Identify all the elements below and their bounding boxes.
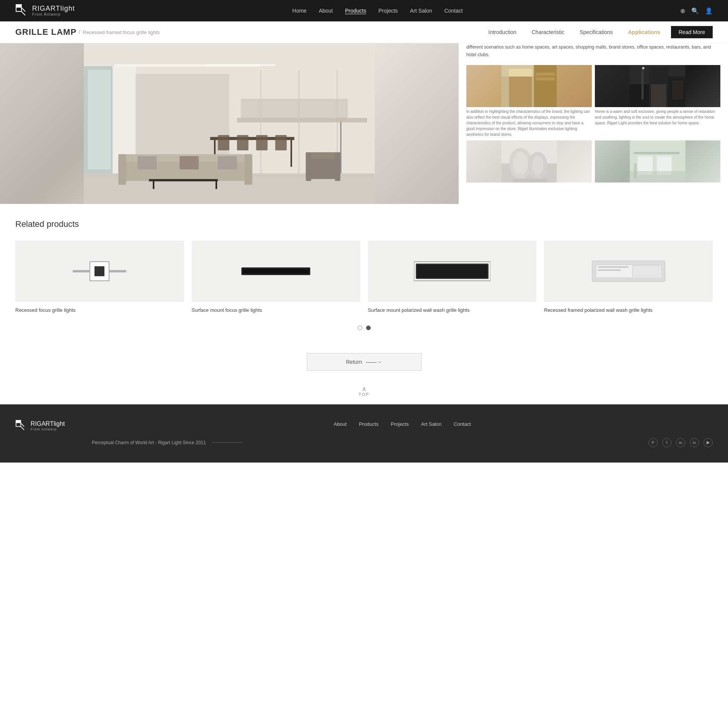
- top-section[interactable]: ∧ TOP: [0, 382, 728, 404]
- product-image-3: [368, 241, 537, 302]
- related-title: Related products: [15, 219, 713, 229]
- logo-text: RIGARTlight From Antwerp: [32, 5, 75, 17]
- pagination: [15, 326, 713, 330]
- top-arrow-icon: ∧: [362, 386, 366, 392]
- brand-name: RIGARTlight: [32, 5, 75, 13]
- social-pinterest[interactable]: P: [648, 438, 658, 447]
- svg-rect-63: [513, 179, 547, 182]
- side-description: different scenarios such as home spaces,…: [466, 43, 720, 59]
- nav-about[interactable]: About: [319, 8, 333, 14]
- tab-specifications[interactable]: Specifications: [572, 26, 620, 38]
- svg-rect-7: [88, 70, 111, 169]
- svg-rect-34: [153, 181, 154, 189]
- header: RIGARTlight From Antwerp Home About Prod…: [0, 0, 728, 21]
- search-icon[interactable]: 🔍: [691, 7, 699, 15]
- social-linkedin[interactable]: in: [676, 438, 685, 447]
- svg-rect-28: [118, 154, 126, 185]
- footer-nav-projects[interactable]: Projects: [391, 421, 409, 427]
- tab-characteristic[interactable]: Characteristic: [524, 26, 572, 38]
- svg-rect-23: [237, 135, 248, 150]
- nav-home[interactable]: Home: [292, 8, 306, 14]
- social-linkedin2[interactable]: in: [690, 438, 699, 447]
- language-icon[interactable]: ⊕: [680, 7, 685, 15]
- logo-icon: [15, 4, 29, 18]
- breadcrumb: GRILLE LAMP / Recessed framed focus gril…: [15, 27, 160, 37]
- caption-1: In addition to highlighting the characte…: [466, 109, 592, 137]
- svg-rect-74: [94, 266, 104, 276]
- svg-rect-54: [651, 84, 666, 107]
- read-more-button[interactable]: Read More: [671, 26, 713, 38]
- nav-art-salon[interactable]: Art Salon: [410, 8, 432, 14]
- svg-line-90: [21, 426, 24, 430]
- return-section: Return ——→: [0, 353, 728, 371]
- logo[interactable]: RIGARTlight From Antwerp: [15, 4, 75, 18]
- svg-rect-10: [206, 64, 275, 66]
- product-card-3[interactable]: Surface mount polarized wall wash grille…: [368, 241, 537, 314]
- footer-logo[interactable]: RIGARTlight From Antwerp: [15, 420, 69, 432]
- room-scene: [0, 43, 459, 204]
- footer-logo-text: RIGARTlight From Antwerp: [31, 420, 65, 431]
- footer-nav-contact[interactable]: Contact: [454, 421, 471, 427]
- pagination-dot-2[interactable]: [366, 326, 371, 330]
- return-button[interactable]: Return ——→: [307, 353, 422, 371]
- footer-nav-about[interactable]: About: [334, 421, 347, 427]
- social-youtube[interactable]: ▶: [704, 438, 713, 447]
- tab-introduction[interactable]: Introduction: [481, 26, 524, 38]
- svg-rect-29: [244, 154, 252, 185]
- svg-rect-21: [290, 140, 292, 167]
- main-nav: Home About Products Projects Art Salon C…: [292, 8, 463, 14]
- footer-logo-sub: From Antwerp: [31, 427, 65, 431]
- svg-rect-24: [256, 135, 267, 150]
- product-image-1: [15, 241, 184, 302]
- product-card-2[interactable]: Surface mount focus grille lights: [192, 241, 360, 314]
- svg-rect-51: [641, 69, 643, 99]
- product-card-1[interactable]: Recessed focus grille lights: [15, 241, 184, 314]
- svg-point-60: [513, 152, 528, 175]
- user-icon[interactable]: 👤: [705, 7, 713, 15]
- product-image-2: [192, 241, 360, 302]
- svg-line-2: [21, 8, 25, 11]
- footer-content: RIGARTlight From Antwerp About Products …: [15, 420, 713, 432]
- social-facebook[interactable]: f: [662, 438, 671, 447]
- breadcrumb-sub: Recessed framed focus grille lights: [83, 29, 160, 35]
- footer-nav-art-salon[interactable]: Art Salon: [421, 421, 441, 427]
- side-image-1: [466, 65, 592, 107]
- svg-rect-13: [241, 99, 348, 118]
- footer-tagline: Perceptual Charm of World Art - Rigart L…: [92, 440, 243, 445]
- svg-rect-75: [73, 270, 90, 272]
- svg-rect-88: [16, 420, 21, 423]
- nav-products[interactable]: Products: [345, 8, 366, 14]
- footer-logo-icon: [15, 420, 28, 432]
- footer-bottom: Perceptual Charm of World Art - Rigart L…: [15, 438, 713, 447]
- svg-rect-38: [306, 152, 311, 181]
- nav-contact[interactable]: Contact: [444, 8, 463, 14]
- svg-line-89: [21, 423, 24, 426]
- product-title: GRILLE LAMP: [15, 27, 77, 37]
- svg-marker-45: [509, 69, 532, 77]
- product-image-4: [544, 241, 713, 302]
- svg-rect-84: [598, 266, 629, 268]
- svg-rect-25: [275, 135, 287, 150]
- top-label: TOP: [358, 392, 369, 397]
- side-panel: different scenarios such as home spaces,…: [459, 43, 728, 204]
- main-content: different scenarios such as home spaces,…: [0, 43, 728, 204]
- tab-applications[interactable]: Applications: [621, 26, 668, 38]
- side-image-4: [595, 140, 720, 182]
- related-grid: Recessed focus grille lights Surface mou…: [15, 241, 713, 314]
- svg-rect-35: [215, 181, 217, 189]
- side-image-3: [466, 140, 592, 182]
- svg-rect-39: [335, 152, 340, 181]
- product-name-4: Recessed framed polarized wall wash gril…: [544, 306, 713, 314]
- nav-projects[interactable]: Projects: [378, 8, 398, 14]
- svg-rect-48: [536, 77, 555, 80]
- footer-brand: RIGARTlight: [31, 420, 65, 427]
- caption-2: Home is a warm and soft exclusive, givin…: [595, 109, 720, 126]
- product-name-3: Surface mount polarized wall wash grille…: [368, 306, 537, 314]
- svg-rect-44: [509, 77, 532, 107]
- pagination-dot-1[interactable]: [358, 326, 362, 330]
- svg-rect-86: [632, 266, 659, 276]
- product-tabs: Introduction Characteristic Specificatio…: [481, 26, 713, 38]
- footer-nav-products[interactable]: Products: [359, 421, 378, 427]
- product-card-4[interactable]: Recessed framed polarized wall wash gril…: [544, 241, 713, 314]
- svg-rect-46: [534, 65, 557, 107]
